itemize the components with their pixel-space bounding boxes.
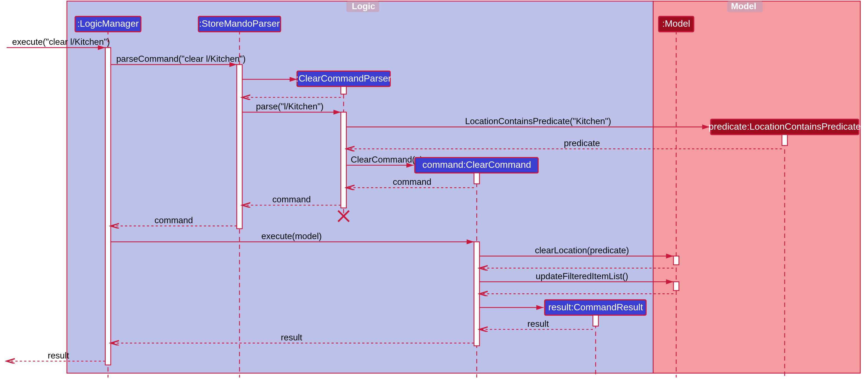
logic-manager-activation (105, 47, 111, 365)
msg-execute-model: execute(model) (261, 231, 322, 241)
svg-text::Model: :Model (662, 19, 690, 29)
msg-predicate-return: predicate (564, 138, 600, 148)
msg-parse: parse("l/Kitchen") (256, 102, 323, 111)
msg-command-return-2: command (272, 195, 311, 204)
msg-result-return-2: result (281, 333, 302, 342)
msg-parse-command: parseCommand("clear l/Kitchen") (116, 54, 246, 64)
store-mando-parser-activation (237, 65, 242, 229)
sequence-diagram: Logic Model :LogicManager :StoreMandoPar… (0, 0, 868, 383)
msg-result-out: result (48, 351, 69, 360)
model-frame (653, 1, 860, 373)
msg-result-return-1: result (527, 319, 549, 329)
clear-command-parser-activation (341, 112, 346, 208)
svg-text::LogicManager: :LogicManager (77, 19, 139, 29)
svg-text:predicate:LocationContainsPred: predicate:LocationContainsPredicate (709, 121, 861, 132)
svg-text:command:ClearCommand: command:ClearCommand (422, 160, 531, 170)
msg-clear-location: clearLocation(predicate) (535, 245, 629, 255)
clear-command-activation (474, 242, 479, 346)
msg-command-return-3: command (154, 215, 193, 225)
svg-rect-18 (474, 173, 479, 184)
svg-rect-28 (674, 282, 679, 290)
msg-update-filtered: updateFilteredItemList() (536, 271, 628, 281)
logic-frame-label: Logic (352, 1, 375, 11)
svg-text::StoreMandoParser: :StoreMandoParser (199, 19, 280, 29)
msg-command-return-1: command (393, 177, 431, 187)
svg-rect-14 (782, 135, 787, 146)
msg-execute-in: execute("clear l/Kitchen") (12, 37, 110, 47)
model-frame-label: Model (731, 1, 756, 11)
msg-clear-command-create: ClearCommand(p) (351, 155, 423, 165)
svg-rect-25 (674, 256, 679, 265)
svg-text::ClearCommandParser: :ClearCommandParser (296, 73, 391, 83)
svg-rect-32 (593, 315, 598, 326)
msg-location-contains-predicate: LocationContainsPredicate("Kitchen") (465, 116, 611, 126)
svg-rect-9 (341, 86, 346, 94)
svg-text:result:CommandResult: result:CommandResult (548, 302, 643, 312)
